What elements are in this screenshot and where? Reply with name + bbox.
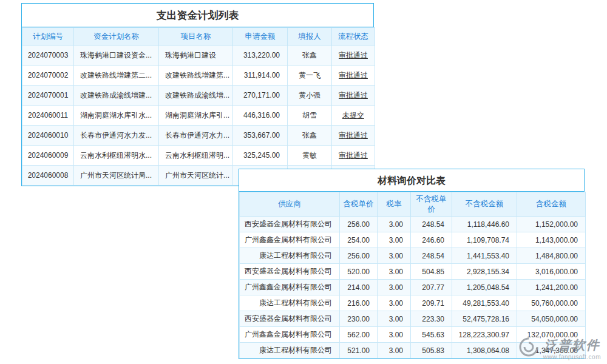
reporter-cell[interactable]: 张鑫 xyxy=(288,126,332,146)
unit-price-excl-tax-cell: 207.77 xyxy=(411,280,452,295)
request-amount-cell: 270,171.00 xyxy=(233,86,288,106)
supplier-cell[interactable]: 康达工程材料有限公司 xyxy=(240,295,340,311)
table-row[interactable]: 2024060011湖南洞庭湖水库引水...湖南洞庭湖水库引...446,316… xyxy=(22,106,375,126)
brand-url: www.fanpusoft.com xyxy=(543,354,601,360)
tax-rate-cell: 3.00 xyxy=(378,311,411,327)
request-amount-cell: 353,667.00 xyxy=(233,126,288,146)
fund-plan-name-cell[interactable]: 珠海鹤港口建设资金... xyxy=(74,46,159,66)
tax-rate-cell: 3.00 xyxy=(378,232,411,248)
unit-price-incl-tax-cell: 254.00 xyxy=(340,232,378,248)
table-row[interactable]: 广州鑫鑫金属材料有限公司254.003.00246.601,109,708.74… xyxy=(240,232,586,248)
unit-price-incl-tax-cell: 562.00 xyxy=(340,327,378,343)
unit-price-excl-tax-cell: 209.71 xyxy=(411,295,452,311)
project-name-cell[interactable]: 改建铁路成渝线增... xyxy=(159,86,233,106)
request-amount-cell: 311,914.00 xyxy=(233,66,288,86)
reporter-cell[interactable]: 黄小强 xyxy=(288,86,332,106)
tax-rate-cell: 3.00 xyxy=(378,280,411,295)
workflow-status-cell[interactable]: 审批通过 xyxy=(332,146,375,166)
supplier-cell[interactable]: 西安盛器金属材料有限公司 xyxy=(240,311,340,327)
table-row[interactable]: 广州鑫鑫金属材料有限公司214.003.00207.771,205,048.54… xyxy=(240,280,586,295)
unit-price-excl-tax-cell: 248.54 xyxy=(411,248,452,264)
workflow-status-cell[interactable]: 审批通过 xyxy=(332,126,375,146)
fund-plan-name-cell[interactable]: 云南水利枢纽潜明水... xyxy=(74,146,159,166)
project-name-cell[interactable]: 珠海鹤港口建设 xyxy=(159,46,233,66)
plan-id-cell[interactable]: 2024060008 xyxy=(22,166,74,186)
tax-rate-cell: 3.00 xyxy=(378,217,411,232)
plan-id-cell[interactable]: 2024060011 xyxy=(22,106,74,126)
amount-excl-tax-cell: 1,441,553.40 xyxy=(452,248,517,264)
tax-rate-cell: 3.00 xyxy=(378,343,411,359)
unit-price-incl-tax-cell: 214.00 xyxy=(340,280,378,295)
supplier-cell[interactable]: 康达工程材料有限公司 xyxy=(240,343,340,359)
table-row[interactable]: 西安盛器金属材料有限公司230.003.00223.3052,475,728.1… xyxy=(240,311,586,327)
unit-price-incl-tax-cell: 256.00 xyxy=(340,217,378,232)
fund-plan-name-cell[interactable]: 广州市天河区统计局... xyxy=(74,166,159,186)
fanpu-logo-icon xyxy=(518,336,540,360)
amount-excl-tax-cell: 1,205,048.54 xyxy=(452,280,517,295)
project-name-cell[interactable]: 改建铁路线增建第... xyxy=(159,66,233,86)
amount-excl-tax-cell: 52,475,728.16 xyxy=(452,311,517,327)
amount-excl-tax-cell: 2,928,155.34 xyxy=(452,264,517,280)
supplier-cell[interactable]: 广州鑫鑫金属材料有限公司 xyxy=(240,280,340,295)
tax-rate-cell: 3.00 xyxy=(378,327,411,343)
supplier-cell[interactable]: 广州鑫鑫金属材料有限公司 xyxy=(240,327,340,343)
project-name-cell[interactable]: 长春市伊通河水力... xyxy=(159,126,233,146)
material-inquiry-panel: 材料询价对比表 供应商含税单价税率不含税单价不含税金额含税金额 西安盛器金属材料… xyxy=(239,169,585,359)
supplier-cell[interactable]: 广州鑫鑫金属材料有限公司 xyxy=(240,232,340,248)
column-header: 供应商 xyxy=(240,192,340,217)
table-row[interactable]: 2024060010长春市伊通河水力发...长春市伊通河水力...353,667… xyxy=(22,126,375,146)
workflow-status-cell[interactable]: 未提交 xyxy=(332,106,375,126)
project-name-cell[interactable]: 湖南洞庭湖水库引... xyxy=(159,106,233,126)
column-header: 项目名称 xyxy=(159,28,233,46)
amount-excl-tax-cell: 128,223,300.97 xyxy=(452,327,517,343)
tax-rate-cell: 3.00 xyxy=(378,264,411,280)
plan-id-cell[interactable]: 2024060010 xyxy=(22,126,74,146)
material-inquiry-header-row: 供应商含税单价税率不含税单价不含税金额含税金额 xyxy=(240,192,586,217)
amount-excl-tax-cell: 1,308,064.08 xyxy=(452,343,517,359)
supplier-cell[interactable]: 西安盛器金属材料有限公司 xyxy=(240,217,340,232)
project-name-cell[interactable]: 广州市天河区统计... xyxy=(159,166,233,186)
amount-incl-tax-cell: 54,050,000.00 xyxy=(517,311,586,327)
reporter-cell[interactable]: 黄一飞 xyxy=(288,66,332,86)
amount-excl-tax-cell: 1,118,446.60 xyxy=(452,217,517,232)
material-inquiry-table-title: 材料询价对比表 xyxy=(239,169,584,192)
workflow-status-cell[interactable]: 审批通过 xyxy=(332,66,375,86)
plan-id-cell[interactable]: 2024060009 xyxy=(22,146,74,166)
column-header: 含税单价 xyxy=(340,192,378,217)
material-inquiry-table: 供应商含税单价税率不含税单价不含税金额含税金额 西安盛器金属材料有限公司256.… xyxy=(239,192,586,359)
table-row[interactable]: 2024060009云南水利枢纽潜明水...云南水利枢纽潜明...325,245… xyxy=(22,146,375,166)
column-header: 税率 xyxy=(378,192,411,217)
plan-id-cell[interactable]: 2024070002 xyxy=(22,66,74,86)
fund-plan-name-cell[interactable]: 长春市伊通河水力发... xyxy=(74,126,159,146)
plan-id-cell[interactable]: 2024070001 xyxy=(22,86,74,106)
reporter-cell[interactable]: 张鑫 xyxy=(288,46,332,66)
project-name-cell[interactable]: 云南水利枢纽潜明... xyxy=(159,146,233,166)
brand-watermark: 泛普软件 www.fanpusoft.com xyxy=(518,336,601,360)
table-row[interactable]: 西安盛器金属材料有限公司520.003.00504.852,928,155.34… xyxy=(240,264,586,280)
table-row[interactable]: 康达工程材料有限公司256.003.00248.541,441,553.401,… xyxy=(240,248,586,264)
amount-incl-tax-cell: 1,152,000.00 xyxy=(517,217,586,232)
table-row[interactable]: 康达工程材料有限公司216.003.00209.7149,281,553.405… xyxy=(240,295,586,311)
reporter-cell[interactable]: 黄敏 xyxy=(288,146,332,166)
amount-incl-tax-cell: 1,241,200.00 xyxy=(517,280,586,295)
unit-price-excl-tax-cell: 505.83 xyxy=(411,343,452,359)
workflow-status-cell[interactable]: 审批通过 xyxy=(332,46,375,66)
plan-id-cell[interactable]: 2024070003 xyxy=(22,46,74,66)
supplier-cell[interactable]: 西安盛器金属材料有限公司 xyxy=(240,264,340,280)
amount-incl-tax-cell: 50,760,000.00 xyxy=(517,295,586,311)
table-row[interactable]: 西安盛器金属材料有限公司256.003.00248.541,118,446.60… xyxy=(240,217,586,232)
tax-rate-cell: 3.00 xyxy=(378,248,411,264)
table-row[interactable]: 2024070002改建铁路线增建第二...改建铁路线增建第...311,914… xyxy=(22,66,375,86)
page: 支出资金计划列表 计划编号资金计划名称项目名称申请金额填报人流程状态 20240… xyxy=(0,0,607,364)
table-row[interactable]: 2024070001改建铁路成渝线增建...改建铁路成渝线增...270,171… xyxy=(22,86,375,106)
fund-plan-name-cell[interactable]: 改建铁路成渝线增建... xyxy=(74,86,159,106)
supplier-cell[interactable]: 康达工程材料有限公司 xyxy=(240,248,340,264)
fund-plan-name-cell[interactable]: 改建铁路线增建第二... xyxy=(74,66,159,86)
table-row[interactable]: 2024070003珠海鹤港口建设资金...珠海鹤港口建设313,220.00张… xyxy=(22,46,375,66)
unit-price-incl-tax-cell: 216.00 xyxy=(340,295,378,311)
fund-plan-table: 计划编号资金计划名称项目名称申请金额填报人流程状态 2024070003珠海鹤港… xyxy=(22,27,375,186)
fund-plan-name-cell[interactable]: 湖南洞庭湖水库引水... xyxy=(74,106,159,126)
reporter-cell[interactable]: 胡雪 xyxy=(288,106,332,126)
workflow-status-cell[interactable]: 审批通过 xyxy=(332,86,375,106)
amount-incl-tax-cell: 3,016,000.00 xyxy=(517,264,586,280)
